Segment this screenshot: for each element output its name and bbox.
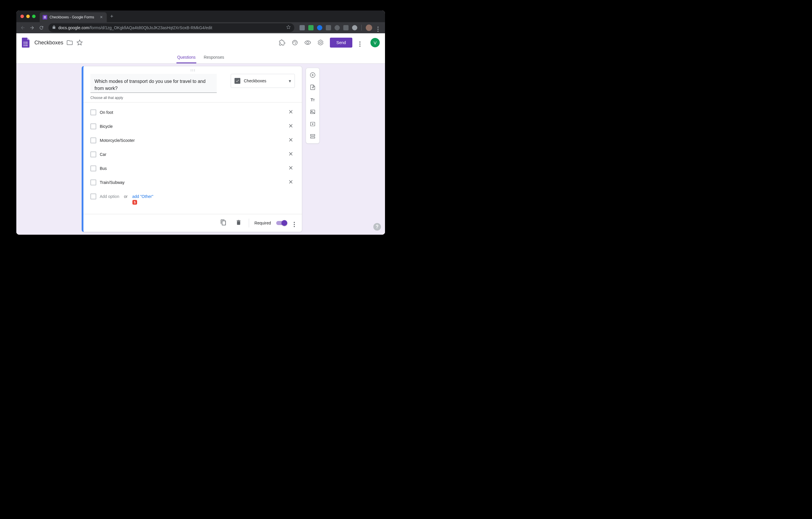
url-text: docs.google.com/forms/d/1zg_OKgkfiAQa4td…: [58, 25, 284, 30]
option-row[interactable]: On foot: [90, 105, 295, 119]
extension-icon[interactable]: [299, 25, 305, 30]
forms-favicon-icon: [42, 15, 47, 20]
form-title[interactable]: Checkboxes: [34, 40, 63, 46]
svg-rect-31: [311, 137, 315, 138]
tab-title: Checkboxes - Google Forms: [50, 15, 96, 19]
extension-icon[interactable]: [343, 25, 349, 30]
svg-rect-7: [24, 45, 25, 46]
help-button[interactable]: ?: [373, 223, 381, 230]
theme-icon[interactable]: [291, 39, 298, 46]
star-icon[interactable]: [76, 39, 83, 46]
svg-rect-0: [44, 16, 46, 17]
chrome-menu-button[interactable]: [376, 24, 380, 32]
option-label[interactable]: Train/Subway: [100, 179, 283, 186]
preview-icon[interactable]: [304, 39, 311, 46]
option-row[interactable]: Bus: [90, 161, 295, 175]
close-window-button[interactable]: [21, 15, 24, 18]
svg-rect-2: [44, 18, 46, 18]
dropdown-arrow-icon: ▾: [289, 78, 291, 84]
option-label[interactable]: On foot: [100, 109, 283, 116]
question-footer: Required: [83, 214, 302, 232]
notification-badge: 5: [133, 200, 137, 204]
app-header: Checkboxes Send V: [16, 33, 385, 52]
extension-icon[interactable]: [335, 25, 340, 30]
remove-option-button[interactable]: [287, 108, 295, 117]
option-row[interactable]: Car: [90, 147, 295, 161]
add-title-button[interactable]: TT: [308, 95, 317, 104]
app-content: Checkboxes Send V Questions Responses: [16, 33, 385, 235]
tab-responses[interactable]: Responses: [203, 55, 225, 63]
tab-questions[interactable]: Questions: [176, 55, 196, 63]
option-label[interactable]: Motorcycle/Scooter: [100, 137, 283, 144]
extension-icons: [297, 24, 383, 32]
question-more-button[interactable]: [292, 217, 297, 229]
extension-icon[interactable]: [308, 25, 314, 30]
extension-icon[interactable]: [352, 25, 357, 30]
svg-point-16: [194, 70, 195, 70]
option-row[interactable]: Train/Subway: [90, 175, 295, 189]
user-avatar[interactable]: V: [370, 38, 380, 47]
svg-rect-1: [44, 17, 46, 18]
required-toggle[interactable]: [276, 221, 287, 225]
separator: [361, 25, 362, 31]
add-option-row: Add option or add "Other" 5: [90, 189, 295, 203]
svg-point-15: [192, 70, 193, 70]
import-questions-button[interactable]: [308, 83, 317, 92]
address-bar[interactable]: docs.google.com/forms/d/1zg_OKgkfiAQa4td…: [49, 23, 294, 32]
folder-icon[interactable]: [66, 39, 73, 46]
option-label[interactable]: Bus: [100, 165, 283, 172]
question-title-input[interactable]: Which modes of transport do you use for …: [90, 74, 217, 93]
option-label[interactable]: Car: [100, 151, 283, 158]
add-option-button[interactable]: Add option: [100, 194, 119, 199]
remove-option-button[interactable]: [287, 122, 295, 131]
close-tab-button[interactable]: ×: [99, 15, 104, 20]
browser-tab-strip: Checkboxes - Google Forms × +: [16, 10, 385, 22]
remove-option-button[interactable]: [287, 150, 295, 159]
question-description[interactable]: Choose all that apply: [83, 94, 302, 102]
back-button[interactable]: [19, 24, 27, 32]
required-label: Required: [254, 221, 271, 225]
remove-option-button[interactable]: [287, 164, 295, 173]
question-type-dropdown[interactable]: Checkboxes ▾: [231, 74, 295, 88]
delete-icon[interactable]: [234, 217, 243, 228]
add-video-button[interactable]: [308, 119, 317, 129]
add-section-button[interactable]: [308, 132, 317, 141]
option-label[interactable]: Bicycle: [100, 123, 283, 130]
bookmark-star-icon[interactable]: [286, 25, 291, 31]
drag-handle-icon[interactable]: [83, 66, 302, 74]
addons-icon[interactable]: [279, 39, 286, 46]
svg-point-12: [296, 42, 297, 43]
extension-icon[interactable]: [317, 25, 322, 30]
floating-toolbar: TT: [306, 68, 320, 144]
checkbox-icon: [90, 124, 96, 129]
checkbox-placeholder-icon: [90, 194, 96, 199]
forms-logo-icon[interactable]: [22, 38, 30, 48]
add-question-button[interactable]: [308, 70, 317, 80]
remove-option-button[interactable]: [287, 178, 295, 187]
extension-icon[interactable]: [326, 25, 331, 30]
option-row[interactable]: Motorcycle/Scooter: [90, 133, 295, 147]
duplicate-icon[interactable]: [219, 217, 228, 228]
checkbox-icon: [90, 180, 96, 185]
minimize-window-button[interactable]: [26, 15, 30, 18]
reload-button[interactable]: [37, 24, 46, 32]
forward-button[interactable]: [28, 24, 36, 32]
new-tab-button[interactable]: +: [107, 13, 117, 20]
add-other-button[interactable]: add "Other": [132, 194, 153, 199]
browser-tab[interactable]: Checkboxes - Google Forms ×: [40, 12, 107, 22]
checkbox-icon: [90, 109, 96, 115]
more-menu-button[interactable]: [358, 38, 362, 47]
chrome-profile-avatar[interactable]: [366, 25, 372, 31]
checkbox-icon: [90, 152, 96, 157]
option-row[interactable]: Bicycle: [90, 119, 295, 133]
svg-point-19: [194, 71, 195, 71]
question-type-label: Checkboxes: [244, 79, 285, 83]
browser-toolbar: docs.google.com/forms/d/1zg_OKgkfiAQa4td…: [16, 22, 385, 33]
add-image-button[interactable]: [308, 107, 317, 116]
maximize-window-button[interactable]: [32, 15, 36, 18]
browser-window: Checkboxes - Google Forms × + docs.googl…: [16, 10, 385, 235]
send-button[interactable]: Send: [330, 38, 352, 48]
remove-option-button[interactable]: [287, 136, 295, 145]
settings-icon[interactable]: [317, 39, 324, 46]
question-card[interactable]: Which modes of transport do you use for …: [82, 66, 302, 232]
